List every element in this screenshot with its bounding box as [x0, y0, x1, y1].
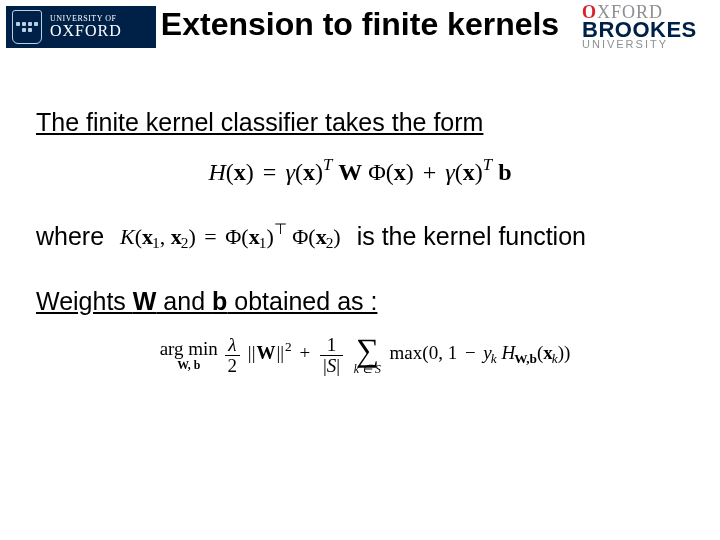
kernel-definition-row: where K(x1, x2) = Φ(x1)⊤ Φ(x2) is the ke…	[36, 222, 684, 251]
equation-classifier: H(x) = γ(x)T W Φ(x) + γ(x)T b	[36, 159, 684, 186]
slide: UNIVERSITY OF OXFORD Extension to finite…	[0, 0, 720, 540]
where-label: where	[36, 222, 104, 251]
equation-objective: arg min W, b λ 2 W2 + 1 |S| ∑ k ∈ S max(…	[36, 334, 684, 376]
header: UNIVERSITY OF OXFORD Extension to finite…	[0, 0, 720, 60]
equation-kernel: K(x1, x2) = Φ(x1)⊤ Φ(x2)	[120, 224, 341, 250]
brookes-logo: OXFORD BROOKES UNIVERSITY	[582, 4, 712, 50]
slide-body: The finite kernel classifier takes the f…	[0, 108, 720, 376]
weights-text: Weights W and b obtained as :	[36, 287, 684, 316]
brookes-line2: BROOKES	[582, 20, 712, 40]
intro-text: The finite kernel classifier takes the f…	[36, 108, 684, 137]
kernel-suffix: is the kernel function	[357, 222, 586, 251]
